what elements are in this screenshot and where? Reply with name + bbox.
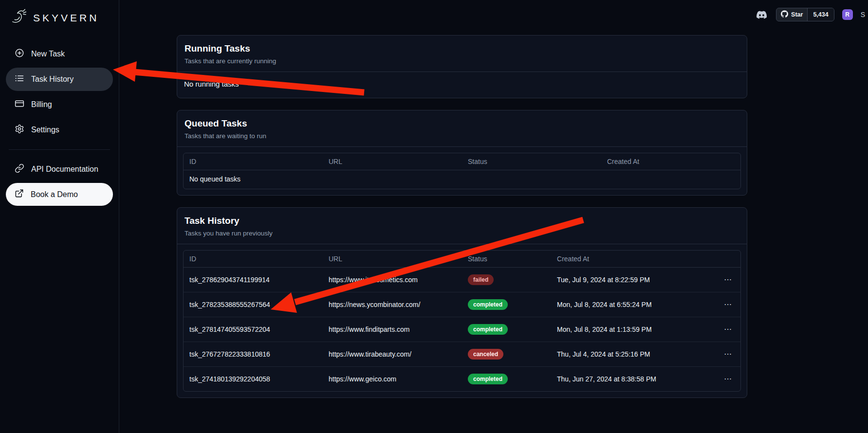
task-created-cell: Thu, Jul 4, 2024 at 5:25:16 PM: [551, 342, 707, 367]
sidebar-item-label: API Documentation: [31, 165, 98, 174]
task-url-cell[interactable]: https://www.finditparts.com: [323, 317, 462, 342]
status-badge: canceled: [468, 349, 503, 360]
sidebar-item-label: Billing: [31, 100, 52, 109]
running-tasks-header: Running Tasks Tasks that are currently r…: [177, 36, 747, 72]
task-status-cell: failed: [462, 268, 551, 292]
logo[interactable]: SKYVERN: [6, 5, 113, 40]
task-id-cell[interactable]: tsk_278235388555267564: [184, 292, 323, 317]
truncated-username: S: [861, 11, 865, 18]
card-title: Queued Tasks: [185, 118, 739, 129]
task-actions-cell: ⋯: [707, 317, 740, 342]
sidebar-item-label: Settings: [31, 126, 59, 134]
avatar[interactable]: R: [842, 9, 853, 20]
column-header-status: Status: [462, 153, 601, 170]
table-row[interactable]: tsk_278629043741199914 https://www.iteco…: [184, 268, 740, 292]
queued-tasks-empty: No queued tasks: [184, 170, 740, 189]
gear-icon: [15, 124, 24, 136]
task-id-cell[interactable]: tsk_276727822333810816: [184, 342, 323, 367]
topbar: Star 5,434 R S: [119, 0, 868, 27]
task-url-cell[interactable]: https://www.geico.com: [323, 367, 462, 392]
column-header-url: URL: [323, 251, 462, 268]
status-badge: completed: [468, 324, 508, 335]
task-url-cell[interactable]: https://www.tirabeauty.com/: [323, 342, 462, 367]
row-actions-button[interactable]: ⋯: [721, 326, 735, 333]
sidebar-item-settings[interactable]: Settings: [6, 118, 113, 142]
sidebar-item-book-a-demo[interactable]: Book a Demo: [6, 183, 113, 206]
task-status-cell: canceled: [462, 342, 551, 367]
credit-card-icon: [15, 99, 24, 110]
queued-tasks-table: ID URL Status Created At No queued tasks: [183, 153, 741, 189]
task-status-cell: completed: [462, 367, 551, 392]
status-badge: completed: [468, 374, 508, 384]
github-icon: [781, 10, 788, 19]
card-subtitle: Tasks that are currently running: [185, 57, 739, 65]
skyvern-dragon-icon: [9, 7, 29, 29]
column-header-id: ID: [184, 153, 323, 170]
link-icon: [15, 163, 24, 175]
task-history-table: ID URL Status Created At tsk_27862904374…: [183, 250, 741, 392]
queued-tasks-card: Queued Tasks Tasks that are waiting to r…: [177, 110, 747, 196]
discord-icon[interactable]: [755, 10, 768, 20]
table-row[interactable]: tsk_276727822333810816 https://www.tirab…: [184, 342, 740, 367]
task-actions-cell: ⋯: [707, 292, 740, 317]
table-row[interactable]: tsk_274180139292204058 https://www.geico…: [184, 367, 740, 392]
card-title: Running Tasks: [185, 43, 739, 54]
sidebar-item-label: Task History: [31, 75, 74, 84]
plus-circle-icon: [15, 48, 24, 60]
sidebar-item-label: Book a Demo: [31, 190, 78, 199]
status-badge: failed: [468, 274, 494, 285]
history-table-body: tsk_278629043741199914 https://www.iteco…: [184, 268, 740, 392]
table-row[interactable]: tsk_278235388555267564 https://news.ycom…: [184, 292, 740, 317]
status-badge: completed: [468, 299, 508, 310]
task-history-header: Task History Tasks you have run previous…: [177, 208, 747, 244]
list-icon: [15, 73, 24, 85]
task-url-cell[interactable]: https://www.itecosmetics.com: [323, 268, 462, 292]
column-header-url: URL: [323, 153, 462, 170]
sidebar-item-api-documentation[interactable]: API Documentation: [6, 158, 113, 181]
sidebar-item-task-history[interactable]: Task History: [6, 68, 113, 91]
column-header-id: ID: [184, 251, 323, 268]
task-created-cell: Mon, Jul 8, 2024 at 6:55:24 PM: [551, 292, 707, 317]
task-id-cell[interactable]: tsk_274180139292204058: [184, 367, 323, 392]
github-star-count: 5,434: [807, 8, 833, 21]
sidebar-item-new-task[interactable]: New Task: [6, 42, 113, 66]
card-subtitle: Tasks that are waiting to run: [185, 132, 739, 140]
sidebar: SKYVERN New Task Task History: [0, 0, 119, 433]
task-actions-cell: ⋯: [707, 342, 740, 367]
main-area: Star 5,434 R S Running Tasks Tasks that …: [119, 0, 868, 433]
task-url-cell[interactable]: https://news.ycombinator.com/: [323, 292, 462, 317]
github-star-widget[interactable]: Star 5,434: [776, 8, 834, 21]
running-tasks-empty: No running tasks: [177, 72, 747, 98]
task-status-cell: completed: [462, 292, 551, 317]
sidebar-divider: [9, 149, 110, 150]
task-id-cell[interactable]: tsk_278147405593572204: [184, 317, 323, 342]
row-actions-button[interactable]: ⋯: [721, 376, 735, 382]
app-window: SKYVERN New Task Task History: [0, 0, 868, 433]
task-history-card: Task History Tasks you have run previous…: [177, 207, 747, 398]
task-id-cell[interactable]: tsk_278629043741199914: [184, 268, 323, 292]
row-actions-button[interactable]: ⋯: [721, 301, 735, 308]
task-created-cell: Mon, Jul 8, 2024 at 1:13:59 PM: [551, 317, 707, 342]
column-header-created-at: Created At: [601, 153, 740, 170]
task-created-cell: Thu, Jun 27, 2024 at 8:38:58 PM: [551, 367, 707, 392]
card-title: Task History: [185, 216, 739, 226]
content: Running Tasks Tasks that are currently r…: [177, 27, 747, 398]
table-row[interactable]: tsk_278147405593572204 https://www.findi…: [184, 317, 740, 342]
task-status-cell: completed: [462, 317, 551, 342]
brand-name: SKYVERN: [33, 12, 99, 24]
task-actions-cell: ⋯: [707, 367, 740, 392]
sidebar-item-billing[interactable]: Billing: [6, 93, 113, 116]
external-link-icon: [15, 189, 24, 200]
row-actions-button[interactable]: ⋯: [721, 351, 735, 358]
column-header-created-at: Created At: [551, 251, 707, 268]
github-star-label: Star: [791, 11, 803, 18]
sidebar-item-label: New Task: [31, 50, 65, 58]
column-header-status: Status: [462, 251, 551, 268]
row-actions-button[interactable]: ⋯: [721, 276, 735, 283]
running-tasks-card: Running Tasks Tasks that are currently r…: [177, 35, 747, 98]
queued-tasks-header: Queued Tasks Tasks that are waiting to r…: [177, 110, 747, 147]
task-created-cell: Tue, Jul 9, 2024 at 8:22:59 PM: [551, 268, 707, 292]
task-actions-cell: ⋯: [707, 268, 740, 292]
column-header-actions: [707, 251, 740, 268]
empty-row: No queued tasks: [184, 170, 740, 189]
